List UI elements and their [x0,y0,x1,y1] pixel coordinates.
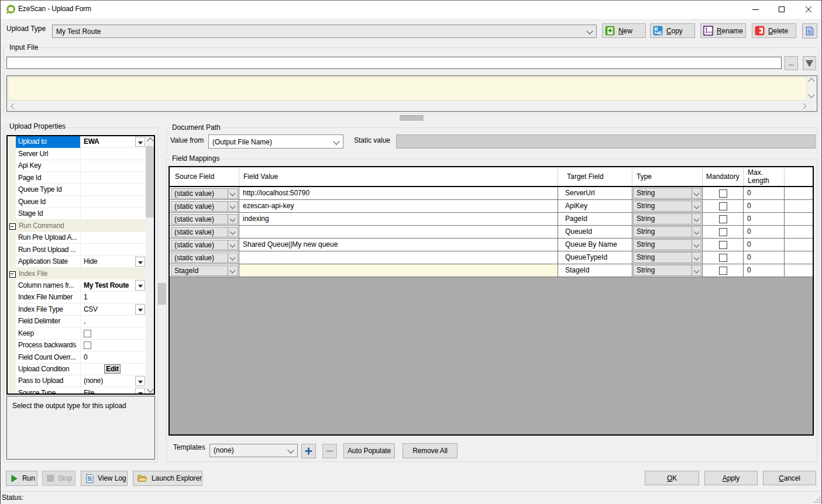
svg-text:2: 2 [659,31,661,34]
svg-text:1: 1 [655,27,657,31]
